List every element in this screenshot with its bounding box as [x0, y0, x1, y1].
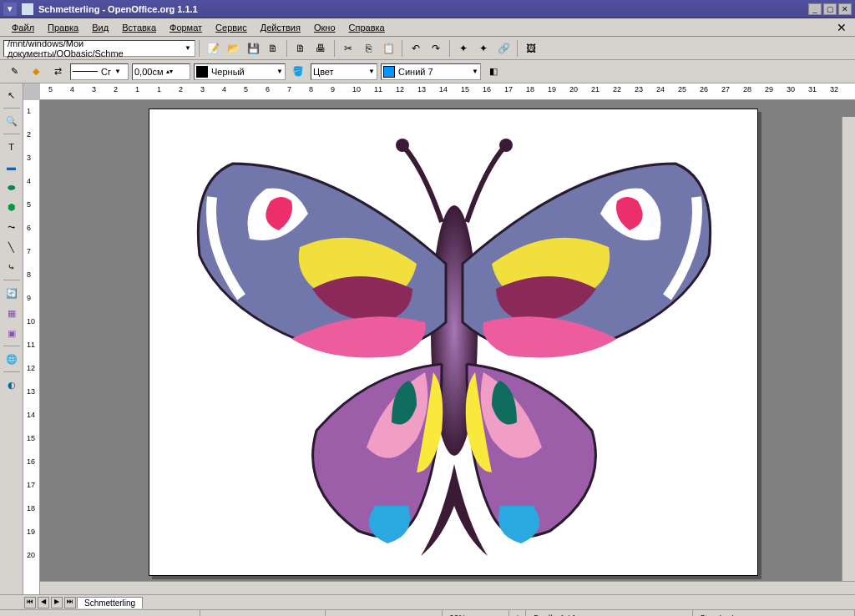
canvas[interactable] [40, 100, 855, 594]
arrow-icon[interactable]: ✎ [5, 63, 23, 81]
undo-icon[interactable]: ↶ [407, 39, 425, 58]
tab-bar: ⏮ ◀ ▶ ⏭ Schmetterling [0, 594, 855, 609]
document-icon [22, 3, 33, 15]
window-title: Schmetterling - OpenOffice.org 1.1.1 [38, 4, 198, 14]
tab-schmetterling[interactable]: Schmetterling [77, 597, 143, 608]
stylist-icon[interactable]: ✦ [474, 39, 493, 58]
menu-bar: Файл Правка Вид Вставка Формат Сервис Де… [0, 18, 855, 37]
line-width-combo[interactable]: 0,00см ▴▾ [132, 63, 190, 80]
maximize-button[interactable]: ▢ [823, 3, 837, 15]
navigator-icon[interactable]: ✦ [454, 39, 473, 58]
dropdown-icon[interactable]: ▼ [114, 68, 121, 75]
export-icon[interactable]: 🗎 [264, 39, 282, 58]
line-style-combo[interactable]: Сг ▼ [70, 63, 129, 80]
workspace: ↖ 🔍 T ▬ ⬬ ⬢ ⤳ ╲ ⤷ 🔄 ▦ ▣ 🌐 ◐ 543211234567… [0, 83, 855, 594]
first-tab-icon[interactable]: ⏮ [24, 597, 36, 608]
horizontal-scrollbar[interactable] [40, 581, 855, 594]
system-menu-icon[interactable]: ▾ [3, 3, 17, 16]
rect-tool-icon[interactable]: ▬ [3, 158, 21, 176]
fill-icon[interactable]: 🪣 [289, 63, 307, 81]
vertical-ruler[interactable]: 1234567891011121314151617181920 [23, 100, 40, 594]
close-button[interactable]: ✕ [838, 3, 852, 15]
paste-icon[interactable]: 📋 [379, 39, 397, 58]
status-zoom[interactable]: 66% [443, 610, 509, 616]
drawing-toolbar: ↖ 🔍 T ▬ ⬬ ⬢ ⤳ ╲ ⤷ 🔄 ▦ ▣ 🌐 ◐ [0, 83, 23, 594]
svg-point-1 [396, 139, 409, 152]
line-end-icon[interactable]: ◆ [27, 63, 45, 81]
menu-format[interactable]: Формат [163, 21, 209, 34]
dropdown-icon[interactable]: ▼ [472, 68, 478, 75]
cut-icon[interactable]: ✂ [339, 39, 357, 58]
url-field[interactable]: /mnt/windows/Мои документы/OObasic/Schme… [3, 40, 195, 57]
menu-window[interactable]: Окно [307, 21, 342, 34]
spinner-icon[interactable]: ▴▾ [166, 68, 173, 75]
svg-point-2 [499, 139, 513, 152]
menu-view[interactable]: Вид [85, 21, 115, 34]
save-icon[interactable]: 💾 [244, 39, 262, 58]
prev-tab-icon[interactable]: ◀ [38, 597, 49, 608]
minimize-button[interactable]: _ [808, 3, 822, 15]
horizontal-ruler[interactable]: 5432112345678910111213141516171819202122… [40, 83, 855, 100]
status-modified: * [509, 610, 526, 616]
blue-swatch [383, 66, 395, 78]
object-toolbar: ✎ ◆ ⇄ Сг ▼ 0,00см ▴▾ Черный ▼ 🪣 Цвет ▼ С… [0, 60, 855, 83]
ellipse-tool-icon[interactable]: ⬬ [3, 178, 21, 196]
connector-tool-icon[interactable]: ⤷ [3, 258, 21, 276]
select-tool-icon[interactable]: ↖ [3, 86, 21, 104]
open-icon[interactable]: 📂 [224, 39, 242, 58]
fill-type-combo[interactable]: Цвет ▼ [311, 63, 377, 80]
arrange-tool-icon[interactable]: ▣ [3, 324, 21, 342]
menu-help[interactable]: Справка [342, 21, 392, 34]
dropdown-icon[interactable]: ▼ [185, 44, 191, 52]
align-tool-icon[interactable]: ▦ [3, 304, 21, 322]
window-titlebar: ▾ Schmetterling - OpenOffice.org 1.1.1 _… [0, 0, 855, 18]
status-size: ⊡ 0,00 x 0,00 [326, 610, 443, 616]
close-document-button[interactable]: ✕ [833, 21, 850, 34]
last-tab-icon[interactable]: ⏭ [64, 597, 76, 608]
effects-tool-icon[interactable]: ◐ [3, 376, 21, 394]
3d-tool-icon[interactable]: ⬢ [3, 198, 21, 216]
line-style-icon[interactable]: ⇄ [48, 63, 67, 81]
butterfly-drawing[interactable] [166, 114, 742, 573]
dropdown-icon[interactable]: ▼ [276, 68, 283, 75]
status-slide: Слайд 1 / 1 [526, 610, 693, 616]
status-mode: Standard [693, 610, 855, 616]
menu-service[interactable]: Сервис [209, 21, 254, 34]
menu-insert[interactable]: Вставка [115, 21, 163, 34]
fill-color-combo[interactable]: Синий 7 ▼ [381, 63, 481, 80]
document-area: 5432112345678910111213141516171819202122… [23, 83, 855, 594]
menu-actions[interactable]: Действия [254, 21, 307, 34]
text-tool-icon[interactable]: T [3, 138, 21, 156]
insert-tool-icon[interactable]: 🌐 [3, 350, 21, 368]
black-swatch [196, 66, 208, 78]
line-color-combo[interactable]: Черный ▼ [194, 63, 286, 80]
status-position: ⊹ 12,66 / 0,34 [200, 610, 326, 616]
copy-icon[interactable]: ⎘ [359, 39, 377, 58]
menu-edit[interactable]: Правка [41, 21, 85, 34]
print-preview-icon[interactable]: 🗎 [291, 39, 310, 58]
line-tool-icon[interactable]: ╲ [3, 238, 21, 256]
next-tab-icon[interactable]: ▶ [51, 597, 63, 608]
rotate-tool-icon[interactable]: 🔄 [3, 284, 21, 302]
dropdown-icon[interactable]: ▼ [368, 68, 375, 75]
page[interactable] [149, 109, 758, 576]
shadow-icon[interactable]: ◧ [484, 63, 503, 81]
curve-tool-icon[interactable]: ⤳ [3, 218, 21, 236]
gallery-icon[interactable]: 🖼 [522, 39, 540, 58]
zoom-tool-icon[interactable]: 🔍 [3, 112, 21, 130]
url-text: /mnt/windows/Мои документы/OObasic/Schme [8, 38, 185, 58]
redo-icon[interactable]: ↷ [427, 39, 445, 58]
print-icon[interactable]: 🖶 [311, 39, 330, 58]
main-toolbar: /mnt/windows/Мои документы/OObasic/Schme… [0, 37, 855, 60]
hyperlink-icon[interactable]: 🔗 [494, 39, 513, 58]
menu-file[interactable]: Файл [5, 21, 41, 34]
status-bar: ⊹ 12,66 / 0,34 ⊡ 0,00 x 0,00 66% * Слайд… [0, 609, 855, 616]
edit-file-icon[interactable]: 📝 [204, 39, 222, 58]
vertical-scrollbar[interactable] [842, 117, 855, 581]
